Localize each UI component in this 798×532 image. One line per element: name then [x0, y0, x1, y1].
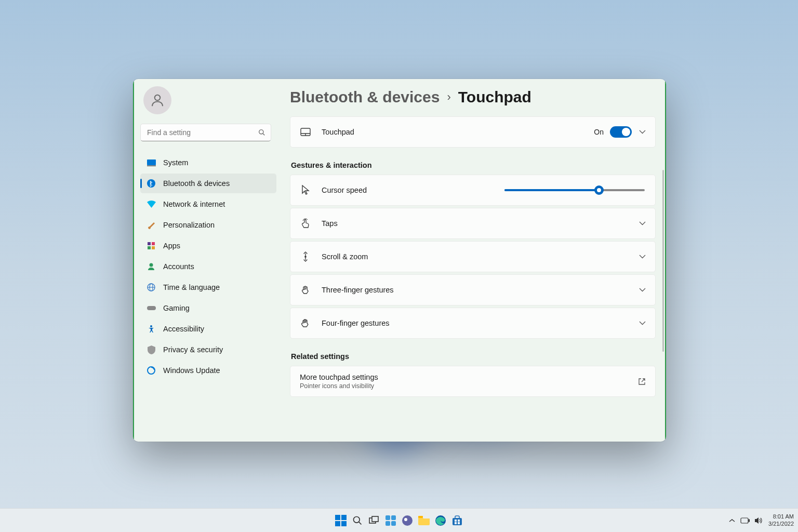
edge-browser[interactable] [434, 514, 447, 527]
sidebar-item-windows-update[interactable]: Windows Update [140, 361, 276, 380]
sidebar-item-personalization[interactable]: Personalization [140, 215, 276, 235]
update-icon [147, 366, 156, 375]
battery-icon[interactable] [740, 517, 750, 524]
svg-point-9 [150, 263, 153, 267]
svg-rect-27 [391, 521, 396, 526]
svg-point-13 [150, 325, 152, 327]
touchpad-master-row[interactable]: Touchpad On [290, 116, 656, 148]
four-finger-row[interactable]: Four-finger gestures [290, 308, 656, 339]
svg-rect-3 [147, 165, 156, 166]
tray-chevron-icon[interactable] [729, 518, 735, 523]
svg-point-29 [404, 518, 407, 521]
content-pane: Bluetooth & devices › Touchpad Touchpad … [278, 79, 666, 442]
svg-rect-36 [458, 522, 460, 524]
svg-rect-18 [341, 515, 347, 520]
sidebar-item-gaming[interactable]: Gaming [140, 298, 276, 318]
cursor-speed-label: Cursor speed [322, 186, 504, 194]
volume-icon[interactable] [755, 517, 763, 524]
start-button[interactable] [334, 514, 348, 527]
scroll-zoom-row[interactable]: Scroll & zoom [290, 241, 656, 272]
svg-rect-37 [741, 518, 748, 523]
taskbar-search[interactable] [351, 514, 364, 527]
wifi-icon [147, 200, 156, 209]
svg-rect-23 [372, 516, 378, 522]
svg-rect-12 [147, 306, 156, 310]
system-icon [147, 158, 156, 167]
taskbar[interactable]: 8:01 AM 3/21/2022 [0, 508, 798, 532]
breadcrumb-parent[interactable]: Bluetooth & devices [290, 88, 440, 106]
three-finger-row[interactable]: Three-finger gestures [290, 274, 656, 305]
sidebar-item-network[interactable]: Network & internet [140, 194, 276, 214]
sidebar-item-label: Personalization [163, 221, 215, 229]
sidebar-item-accounts[interactable]: Accounts [140, 257, 276, 276]
svg-point-14 [148, 367, 155, 374]
account-avatar[interactable] [143, 86, 171, 114]
touchpad-icon [300, 126, 311, 138]
widgets[interactable] [384, 514, 397, 527]
three-finger-icon [300, 284, 311, 296]
chevron-down-icon [639, 130, 646, 134]
sidebar-item-apps[interactable]: Apps [140, 236, 276, 256]
taps-label: Taps [322, 219, 632, 228]
globe-icon [147, 283, 156, 292]
microsoft-store[interactable] [450, 514, 464, 527]
sidebar-item-time-language[interactable]: Time & language [140, 277, 276, 297]
section-gestures-title: Gestures & interaction [291, 161, 656, 169]
svg-rect-6 [152, 242, 155, 245]
sidebar-item-accessibility[interactable]: Accessibility [140, 319, 276, 339]
svg-point-1 [259, 130, 263, 134]
sidebar-item-privacy[interactable]: Privacy & security [140, 340, 276, 360]
sidebar-item-label: Apps [163, 242, 180, 250]
page-title: Touchpad [458, 88, 531, 106]
sidebar-item-system[interactable]: System [140, 153, 276, 172]
svg-rect-25 [391, 515, 396, 520]
svg-point-28 [402, 515, 413, 526]
task-view[interactable] [367, 514, 381, 527]
svg-point-21 [354, 516, 360, 523]
breadcrumb: Bluetooth & devices › Touchpad [290, 88, 656, 106]
taps-row[interactable]: Taps [290, 208, 656, 239]
touchpad-toggle[interactable] [610, 126, 632, 138]
four-finger-label: Four-finger gestures [322, 319, 632, 327]
scroll-icon [300, 251, 311, 262]
file-explorer[interactable] [417, 514, 431, 527]
svg-point-16 [305, 256, 306, 257]
search-field[interactable] [147, 128, 258, 137]
more-settings-label: More touchpad settings [300, 373, 631, 381]
sidebar-item-label: Accounts [163, 262, 194, 271]
tap-icon [300, 218, 311, 229]
bluetooth-icon [147, 179, 156, 188]
svg-rect-35 [455, 522, 457, 524]
accessibility-icon [147, 324, 156, 334]
svg-rect-8 [152, 246, 155, 249]
sidebar-item-label: System [163, 158, 188, 167]
time-text: 8:01 AM [773, 513, 794, 520]
section-related-title: Related settings [291, 352, 656, 361]
cursor-speed-row: Cursor speed [290, 175, 656, 206]
svg-rect-34 [458, 520, 460, 522]
open-external-icon [638, 378, 646, 385]
scrollbar[interactable] [662, 170, 664, 352]
more-touchpad-settings-row[interactable]: More touchpad settings Pointer icons and… [290, 366, 656, 397]
settings-window: System Bluetooth & devices Network & int… [133, 79, 666, 442]
svg-rect-5 [148, 242, 151, 245]
teams-chat[interactable] [401, 514, 414, 527]
chevron-down-icon [639, 221, 646, 225]
search-input[interactable] [140, 124, 271, 141]
taskbar-clock[interactable]: 8:01 AM 3/21/2022 [768, 513, 794, 527]
chevron-down-icon [639, 288, 646, 292]
brush-icon [147, 220, 156, 230]
shield-icon [147, 345, 156, 354]
svg-rect-30 [418, 516, 423, 518]
date-text: 3/21/2022 [768, 521, 794, 527]
svg-rect-26 [385, 521, 390, 526]
svg-rect-17 [335, 515, 340, 520]
sidebar-item-label: Network & internet [163, 200, 225, 208]
touchpad-label: Touchpad [322, 128, 594, 136]
sidebar-item-label: Privacy & security [163, 345, 223, 354]
search-icon [258, 129, 265, 136]
more-settings-sublabel: Pointer icons and visibility [300, 382, 631, 390]
sidebar-item-bluetooth-devices[interactable]: Bluetooth & devices [140, 174, 276, 193]
cursor-speed-slider[interactable] [504, 189, 645, 191]
sidebar-item-label: Time & language [163, 283, 220, 291]
